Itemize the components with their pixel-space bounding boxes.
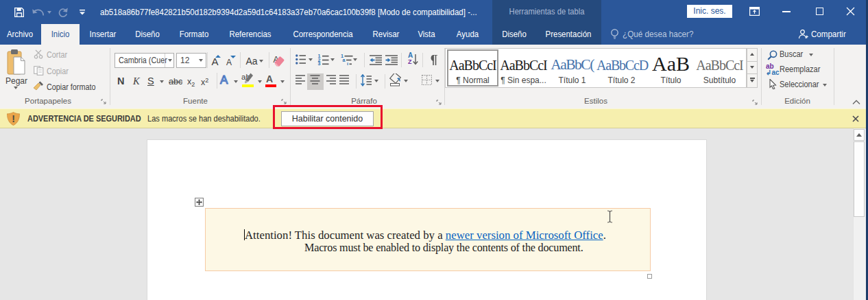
svg-text:!: ! — [12, 113, 15, 124]
svg-text:a: a — [343, 57, 346, 63]
svg-text:i: i — [347, 61, 348, 66]
svg-text:3: 3 — [318, 60, 321, 65]
